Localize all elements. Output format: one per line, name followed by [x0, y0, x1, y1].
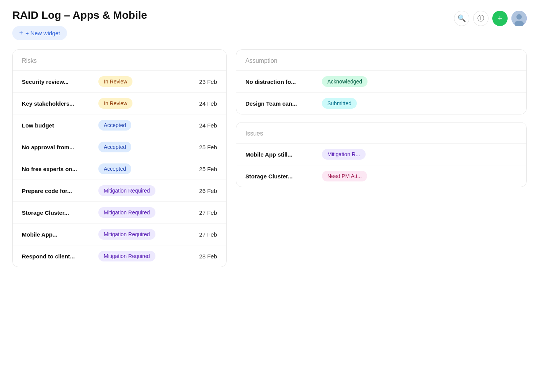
row-name: No free experts on...: [22, 166, 98, 172]
row-date: 24 Feb: [167, 122, 217, 129]
new-widget-label: + New widget: [26, 30, 60, 36]
row-date: 28 Feb: [167, 253, 217, 260]
row-name: Low budget: [22, 122, 98, 129]
risks-card: Risks Security review... In Review 23 Fe…: [12, 49, 227, 267]
search-icon: 🔍: [457, 14, 466, 23]
row-badge: Mitigation R...: [322, 149, 391, 160]
row-badge: Accepted: [98, 142, 167, 152]
search-button[interactable]: 🔍: [454, 11, 469, 26]
row-name: Security review...: [22, 78, 98, 85]
row-name: Design Team can...: [245, 100, 322, 107]
row-name: Prepare code for...: [22, 188, 98, 194]
row-date: 26 Feb: [167, 188, 217, 194]
avatar[interactable]: [511, 11, 527, 26]
row-name: Storage Cluster...: [245, 173, 322, 180]
svg-point-1: [516, 14, 522, 20]
table-row[interactable]: Storage Cluster... Mitigation Required 2…: [13, 202, 226, 224]
assumption-card-title: Assumption: [245, 57, 278, 64]
badge: Mitigation Required: [98, 207, 155, 218]
issues-card-title: Issues: [245, 130, 263, 137]
badge: Mitigation Required: [98, 185, 155, 196]
row-name: Respond to client...: [22, 253, 98, 260]
header-actions: 🔍 ⓘ +: [454, 11, 527, 26]
badge: Mitigation Required: [98, 251, 155, 261]
table-row[interactable]: Respond to client... Mitigation Required…: [13, 245, 226, 267]
table-row[interactable]: No approval from... Accepted 25 Feb: [13, 136, 226, 158]
assumption-table: No distraction fo... Acknowledged Design…: [236, 71, 526, 114]
table-row[interactable]: Low budget Accepted 24 Feb: [13, 114, 226, 136]
row-date: 27 Feb: [167, 231, 217, 238]
assumption-card-header: Assumption: [236, 50, 526, 71]
row-date: 25 Feb: [167, 166, 217, 172]
avatar-image: [511, 11, 527, 26]
row-name: No distraction fo...: [245, 78, 322, 85]
new-widget-button[interactable]: + + New widget: [12, 26, 67, 40]
badge: Acknowledged: [322, 76, 368, 87]
badge: Need PM Att...: [322, 171, 367, 181]
table-row[interactable]: Prepare code for... Mitigation Required …: [13, 180, 226, 202]
table-row[interactable]: Mobile App... Mitigation Required 27 Feb: [13, 224, 226, 245]
page-header: RAID Log – Apps & Mobile + + New widget …: [12, 9, 527, 40]
main-content: Risks Security review... In Review 23 Fe…: [12, 49, 527, 267]
add-button[interactable]: +: [492, 11, 508, 26]
risks-table: Security review... In Review 23 Feb Key …: [13, 71, 226, 267]
risks-card-header: Risks: [13, 50, 226, 71]
badge: Accepted: [98, 163, 131, 174]
table-row[interactable]: Design Team can... Submitted: [236, 93, 526, 114]
table-row[interactable]: Key stakeholders... In Review 24 Feb: [13, 93, 226, 114]
help-button[interactable]: ⓘ: [473, 11, 488, 26]
row-name: Mobile App...: [22, 231, 98, 238]
page-title: RAID Log – Apps & Mobile: [12, 9, 147, 21]
row-badge: Accepted: [98, 163, 167, 174]
row-date: 27 Feb: [167, 209, 217, 216]
row-name: Storage Cluster...: [22, 209, 98, 216]
row-date: 24 Feb: [167, 100, 217, 107]
badge: Mitigation R...: [322, 149, 366, 160]
row-badge: Mitigation Required: [98, 207, 167, 218]
row-badge: In Review: [98, 76, 167, 87]
badge: In Review: [98, 76, 132, 87]
add-icon: +: [498, 13, 503, 23]
assumption-card: Assumption No distraction fo... Acknowle…: [236, 49, 527, 114]
row-badge: Mitigation Required: [98, 229, 167, 240]
badge: Accepted: [98, 142, 131, 152]
badge: Submitted: [322, 98, 357, 109]
badge: In Review: [98, 98, 132, 109]
badge: Mitigation Required: [98, 229, 155, 240]
help-icon: ⓘ: [477, 14, 484, 23]
row-badge: Acknowledged: [322, 76, 391, 87]
badge: Accepted: [98, 120, 131, 131]
table-row[interactable]: Storage Cluster... Need PM Att...: [236, 165, 526, 187]
row-date: 25 Feb: [167, 144, 217, 150]
row-badge: Mitigation Required: [98, 251, 167, 261]
row-date: 23 Feb: [167, 78, 217, 85]
plus-icon: +: [19, 29, 23, 37]
issues-table: Mobile App still... Mitigation R... Stor…: [236, 144, 526, 187]
row-badge: Accepted: [98, 120, 167, 131]
table-row[interactable]: No distraction fo... Acknowledged: [236, 71, 526, 93]
row-name: Mobile App still...: [245, 151, 322, 158]
row-badge: In Review: [98, 98, 167, 109]
table-row[interactable]: No free experts on... Accepted 25 Feb: [13, 158, 226, 180]
row-name: No approval from...: [22, 144, 98, 150]
issues-card: Issues Mobile App still... Mitigation R.…: [236, 122, 527, 187]
row-badge: Need PM Att...: [322, 171, 391, 181]
header-left: RAID Log – Apps & Mobile + + New widget: [12, 9, 147, 40]
right-column: Assumption No distraction fo... Acknowle…: [236, 49, 527, 187]
table-row[interactable]: Security review... In Review 23 Feb: [13, 71, 226, 93]
row-name: Key stakeholders...: [22, 100, 98, 107]
issues-card-header: Issues: [236, 122, 526, 144]
row-badge: Mitigation Required: [98, 185, 167, 196]
row-badge: Submitted: [322, 98, 391, 109]
risks-card-title: Risks: [22, 57, 37, 64]
table-row[interactable]: Mobile App still... Mitigation R...: [236, 144, 526, 165]
